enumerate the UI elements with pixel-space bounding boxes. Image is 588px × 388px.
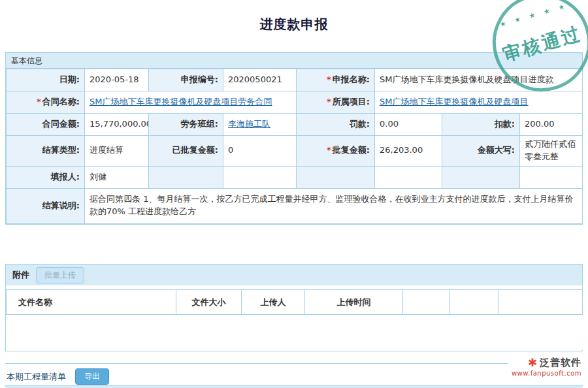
export-button[interactable]: 导出 <box>75 368 109 385</box>
attachments-empty-row <box>7 315 583 350</box>
labor-team-label: 劳务班组: <box>149 114 223 136</box>
approval-amount-value: 26,203.00 <box>375 136 442 167</box>
col-empty <box>403 290 450 315</box>
required-mark: * <box>327 97 331 106</box>
basic-info-header: 基本信息 <box>6 53 582 69</box>
approved-amount-label: 已批复金额: <box>149 136 223 167</box>
declaration-name-label: *申报名称: <box>297 69 375 91</box>
quantity-list-section: 本期工程量清单 导出 <box>5 363 583 385</box>
required-mark: * <box>37 97 41 106</box>
penalty-label: 罚款: <box>297 114 375 136</box>
declaration-no-value: 2020050021 <box>223 69 297 91</box>
empty-cell <box>297 166 375 188</box>
penalty-value: 0.00 <box>375 114 442 136</box>
contract-amount-value: 15,770,000.00 <box>85 114 149 136</box>
attachments-header-row: 文件名称 文件大小 上传人 上传时间 <box>7 290 583 315</box>
project-label-text: 所属项目: <box>333 97 370 106</box>
batch-upload-button[interactable]: 批量上传 <box>36 267 84 283</box>
table-row: 结算说明: 据合同第四条 1、每月结算一次，按乙方已完成工程量并经甲方、监理验收… <box>7 188 583 223</box>
approval-amount-label: *批复金额: <box>297 136 375 167</box>
col-empty <box>499 290 583 315</box>
required-mark: * <box>327 145 331 155</box>
table-row: 合同金额: 15,770,000.00 劳务班组: 李海施工队 罚款: 0.00… <box>7 114 583 136</box>
col-empty <box>450 290 499 315</box>
contract-amount-label: 合同金额: <box>7 114 85 136</box>
declaration-no-label: 申报编号: <box>149 69 223 91</box>
col-uploader: 上传人 <box>242 290 305 315</box>
contract-name-label-text: 合同名称: <box>42 97 80 106</box>
deduction-value: 200.00 <box>520 114 583 136</box>
quantity-list-title: 本期工程量清单 <box>5 371 66 383</box>
brand-row: ✱ 泛普软件 <box>512 357 581 369</box>
preparer-label: 填报人: <box>7 166 85 188</box>
table-row: 填报人: 刘健 <box>7 166 583 188</box>
project-label: *所属项目: <box>297 91 375 114</box>
required-mark: * <box>327 74 331 84</box>
labor-team-value: 李海施工队 <box>223 114 297 136</box>
brand-url: www.fanpusoft.com <box>512 370 581 377</box>
col-file-name: 文件名称 <box>7 290 176 315</box>
contract-name-label: *合同名称: <box>7 91 85 114</box>
deduction-label: 扣款: <box>442 114 520 136</box>
contract-name-link[interactable]: SM广场地下车库更换摄像机及硬盘项目劳务合同 <box>90 97 272 106</box>
amount-in-words-label: 金额大写: <box>442 136 520 167</box>
attachments-table: 文件名称 文件大小 上传人 上传时间 <box>6 289 583 350</box>
settlement-type-label: 结算类型: <box>7 136 85 167</box>
approval-amount-label-text: 批复金额: <box>333 145 370 155</box>
settlement-note-value: 据合同第四条 1、每月结算一次，按乙方已完成工程量并经甲方、监理验收合格，在收到… <box>85 188 583 223</box>
empty-cell <box>520 166 583 188</box>
settlement-type-value: 进度结算 <box>85 136 149 167</box>
date-value: 2020-05-18 <box>85 69 149 91</box>
attachments-panel: 附件 批量上传 文件名称 文件大小 上传人 上传时间 <box>5 264 583 351</box>
contract-name-value: SM广场地下车库更换摄像机及硬盘项目劳务合同 <box>85 91 297 114</box>
amount-in-words-value: 贰万陆仟贰佰零叁元整 <box>520 136 583 167</box>
declaration-name-label-text: 申报名称: <box>333 74 370 84</box>
preparer-value: 刘健 <box>85 166 149 188</box>
col-file-size: 文件大小 <box>176 290 242 315</box>
attachments-title: 附件 <box>12 269 29 281</box>
table-row: *合同名称: SM广场地下车库更换摄像机及硬盘项目劳务合同 *所属项目: SM广… <box>7 91 583 114</box>
brand-name: 泛普软件 <box>540 357 581 369</box>
basic-info-panel: 基本信息 日期: 2020-05-18 申报编号: 2020050021 *申报… <box>5 52 583 225</box>
settlement-note-label: 结算说明: <box>7 188 85 223</box>
table-row: 结算类型: 进度结算 已批复金额: 0 *批复金额: 26,203.00 金额大… <box>7 136 583 167</box>
approved-amount-value: 0 <box>223 136 297 167</box>
footer-brand: ✱ 泛普软件 www.fanpusoft.com <box>508 355 583 377</box>
labor-team-link[interactable]: 李海施工队 <box>228 119 270 129</box>
attachments-empty-area <box>7 315 583 350</box>
table-row: 日期: 2020-05-18 申报编号: 2020050021 *申报名称: S… <box>7 69 583 91</box>
page: 进度款申报 ★ ★ ★ ★ ★ 审核通过 基本信息 日期: 2020-05-18… <box>0 0 588 388</box>
col-upload-time: 上传时间 <box>305 290 403 315</box>
empty-cell <box>442 166 520 188</box>
project-link[interactable]: SM广场地下车库更换摄像机及硬盘项目 <box>380 97 528 106</box>
fanpu-logo-icon: ✱ <box>528 357 537 368</box>
declaration-name-value: SM广场地下车库更换摄像机及硬盘项目进度款 <box>375 69 583 91</box>
attachments-header-bar: 附件 批量上传 <box>6 265 582 285</box>
basic-info-table: 日期: 2020-05-18 申报编号: 2020050021 *申报名称: S… <box>6 69 583 224</box>
empty-cell <box>149 166 223 188</box>
empty-cell <box>223 166 297 188</box>
empty-cell <box>375 166 442 188</box>
page-title: 进度款申报 <box>0 16 588 33</box>
project-value: SM广场地下车库更换摄像机及硬盘项目 <box>375 91 583 114</box>
bottom-table-edge <box>5 385 583 388</box>
date-label: 日期: <box>7 69 85 91</box>
